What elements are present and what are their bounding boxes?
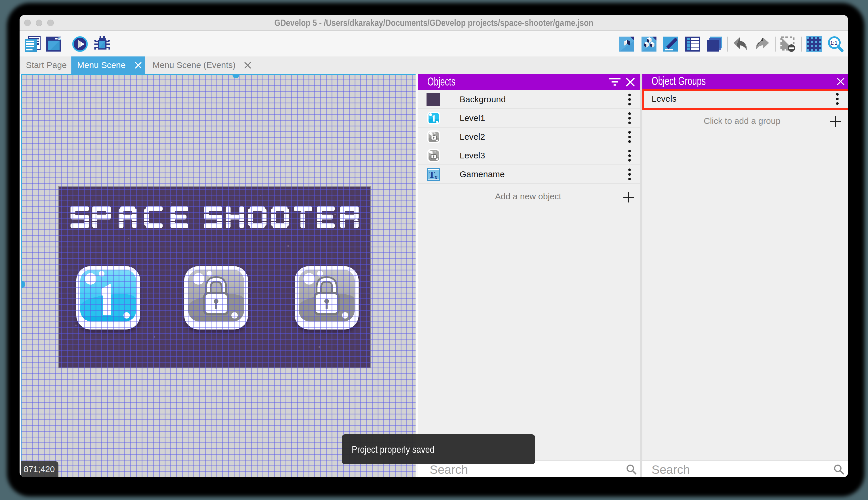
svg-text:1:1: 1:1 [830, 40, 837, 46]
svg-text:x: x [435, 174, 437, 180]
svg-text:T: T [429, 169, 435, 180]
